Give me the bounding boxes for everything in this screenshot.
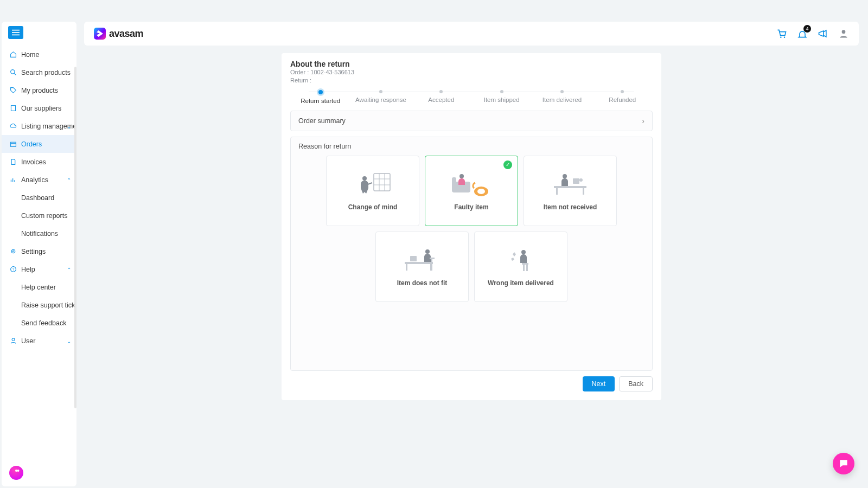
illustration [400,247,444,274]
reason-label: Faulty item [454,203,488,211]
reason-wrong-item-delivered[interactable]: ✓ Wrong item delivered [474,232,567,302]
svg-rect-20 [583,188,584,195]
cart-button[interactable] [776,28,787,39]
svg-point-4 [12,251,14,252]
chevron-up-icon: ⌃ [67,177,71,183]
step-awaiting-response: Awaiting response [350,90,411,104]
sidebar-item-my-products[interactable]: My products [2,81,76,99]
sidebar-item-label: User [21,337,35,345]
svg-point-21 [563,174,567,178]
svg-rect-18 [554,186,586,188]
menu-toggle[interactable] [8,26,23,39]
reason-section: Reason for return ✓ Change of mind ✓ [290,137,653,371]
reason-faulty-item[interactable]: ✓ Faulty item [425,156,518,226]
svg-rect-24 [405,262,433,264]
sidebar-item-help[interactable]: ? Help ⌃ [2,260,76,278]
sidebar: Home Search products My products Our sup… [2,22,76,486]
sidebar-item-label: Settings [21,248,46,255]
sidebar-item-dashboard[interactable]: Dashboard [2,189,76,207]
gear-icon [9,248,17,255]
brand-logo-icon [94,28,106,40]
sidebar-item-label: Orders [21,140,42,148]
next-button[interactable]: Next [583,376,615,391]
sidebar-item-invoices[interactable]: Invoices [2,153,76,171]
order-summary-label: Order summary [298,117,346,125]
svg-point-8 [780,36,782,38]
svg-rect-33 [523,265,525,271]
svg-point-0 [10,70,14,74]
reason-item-not-received[interactable]: ✓ Item not received [524,156,617,226]
sidebar-item-help-center[interactable]: Help center [2,278,76,296]
illustration [351,171,394,198]
sidebar-item-home[interactable]: Home [2,46,76,63]
octopus-logo [9,466,23,480]
back-button[interactable]: Back [619,376,653,391]
svg-rect-19 [556,188,558,195]
svg-point-27 [425,249,430,254]
file-icon [9,158,17,166]
sidebar-item-label: Analytics [21,176,48,184]
sidebar-item-label: Raise support ticket [21,301,76,309]
svg-point-9 [784,36,786,38]
svg-point-17 [477,189,485,194]
sidebar-item-label: Dashboard [21,194,54,202]
sidebar-item-listing-management[interactable]: Listing management ⌄ [2,117,76,135]
sidebar-item-search-products[interactable]: Search products [2,63,76,81]
sidebar-item-settings[interactable]: Settings [2,242,76,260]
notification-badge: 4 [803,25,811,33]
svg-rect-2 [10,142,16,146]
home-icon [9,51,17,59]
svg-point-12 [362,176,367,181]
svg-point-23 [579,178,583,182]
svg-point-7 [12,338,15,341]
reason-item-does-not-fit[interactable]: ✓ Item does not fit [375,232,469,302]
reason-change-of-mind[interactable]: ✓ Change of mind [326,156,419,226]
page-title: About the return [290,60,653,68]
sidebar-item-send-feedback[interactable]: Send feedback [2,314,76,332]
sidebar-item-label: My products [21,87,58,94]
user-icon [9,337,17,345]
cart-icon [776,28,787,39]
user-icon [838,28,849,39]
sidebar-item-label: Help [21,266,35,273]
check-icon: ✓ [503,160,512,169]
sidebar-item-our-suppliers[interactable]: Our suppliers [2,99,76,117]
announcements-button[interactable] [818,28,828,39]
chevron-right-icon: › [642,117,644,125]
sidebar-item-label: Home [21,51,39,59]
svg-point-3 [11,249,15,253]
sidebar-item-custom-reports[interactable]: Custom reports [2,207,76,224]
profile-button[interactable] [838,28,849,39]
chart-icon [9,176,17,184]
megaphone-icon [818,28,828,39]
svg-point-15 [459,174,464,178]
sidebar-item-raise-ticket[interactable]: Raise support ticket [2,296,76,314]
sidebar-item-label: Help center [21,284,56,291]
sidebar-item-user[interactable]: User ⌄ [2,332,76,350]
sidebar-item-orders[interactable]: Orders [2,135,76,153]
order-summary-toggle[interactable]: Order summary › [291,111,652,131]
notifications-button[interactable]: 4 [797,28,808,39]
svg-point-31 [521,250,526,254]
sidebar-item-notifications[interactable]: Notifications [2,224,76,242]
building-icon [9,105,17,112]
chevron-down-icon: ⌄ [67,338,71,344]
stepper: Return started Awaiting response Accepte… [290,90,653,104]
reason-label: Item not received [544,203,597,211]
return-card: About the return Order : 1002-43-536613 … [282,53,661,400]
brand[interactable]: avasam [94,28,143,40]
help-icon: ? [9,266,17,273]
reason-label: Wrong item delivered [488,279,554,287]
box-icon [9,140,17,148]
sidebar-item-label: Notifications [21,230,58,237]
order-id-line: Order : 1002-43-536613 [290,68,653,76]
tag-icon [9,87,17,94]
reason-header: Reason for return [291,137,652,156]
step-item-shipped: Item shipped [471,90,532,104]
reason-label: Item does not fit [397,279,448,287]
chat-fab[interactable] [833,453,854,474]
scrollbar[interactable] [74,67,76,408]
sidebar-item-label: Search products [21,69,71,76]
menu-icon [12,29,20,36]
sidebar-item-analytics[interactable]: Analytics ⌃ [2,171,76,189]
